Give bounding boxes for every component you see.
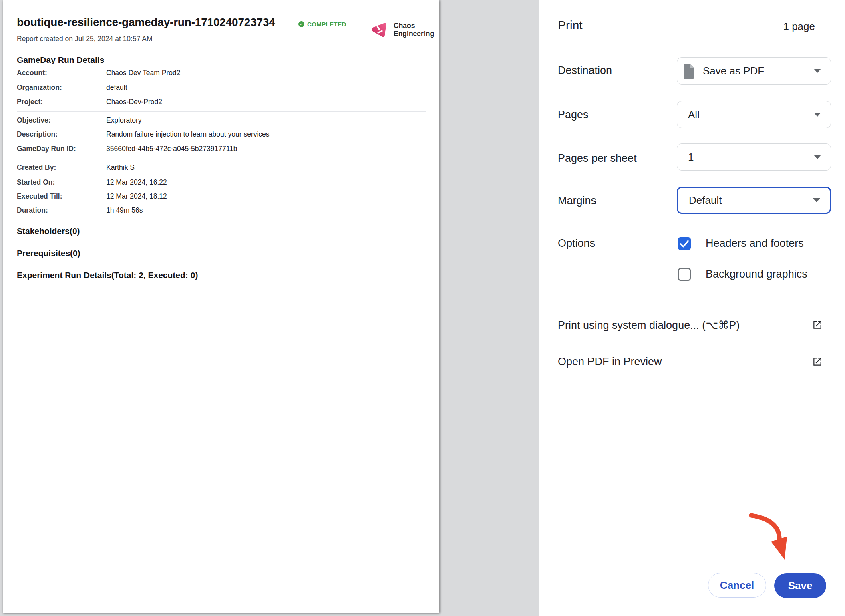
status-badge: ✓ COMPLETED: [298, 21, 346, 28]
status-badge-label: COMPLETED: [307, 21, 346, 28]
background-graphics-checkbox[interactable]: [678, 268, 691, 281]
destination-dropdown[interactable]: Save as PDF: [677, 57, 831, 85]
row-value: Exploratory: [106, 116, 142, 124]
pages-per-sheet-dropdown[interactable]: 1: [677, 143, 831, 171]
pages-value: All: [688, 109, 700, 121]
row-value: Random failure injection to learn about …: [106, 130, 270, 138]
row-value: 12 Mar 2024, 18:12: [106, 192, 167, 200]
detail-row-run-id: GameDay Run ID:35660fed-44b5-472c-a045-5…: [17, 145, 426, 153]
completed-check-icon: ✓: [298, 21, 304, 27]
margins-label: Margins: [558, 195, 596, 207]
pdf-file-icon: [683, 64, 695, 79]
report-created-line: Report created on Jul 25, 2024 at 10:57 …: [17, 35, 153, 43]
row-value: Karthik S: [106, 163, 135, 171]
logo-line1: Chaos: [394, 22, 434, 30]
row-label: Objective:: [17, 116, 106, 125]
row-value: 12 Mar 2024, 16:22: [106, 178, 167, 186]
print-system-dialog-text: Print using system dialogue... (⌥⌘P): [558, 319, 740, 332]
row-value: default: [106, 83, 127, 91]
logo-wordmark: Chaos Engineering: [394, 22, 434, 38]
pages-label: Pages: [558, 109, 589, 121]
detail-row-executed-till: Executed Till:12 Mar 2024, 18:12: [17, 192, 426, 201]
logo-line2: Engineering: [394, 30, 434, 38]
row-value: 35660fed-44b5-472c-a045-5b273917711b: [106, 145, 237, 153]
external-link-icon: [812, 356, 823, 367]
chaos-engineering-logo: Chaos Engineering: [370, 21, 434, 38]
chevron-down-icon: [814, 69, 821, 73]
row-label: Project:: [17, 98, 106, 106]
row-label: GameDay Run ID:: [17, 145, 106, 153]
destination-label: Destination: [558, 64, 612, 77]
options-label: Options: [558, 237, 595, 250]
stakeholders-header: Stakeholders(0): [17, 226, 80, 236]
cancel-button[interactable]: Cancel: [708, 573, 766, 598]
checkmark-icon: [678, 237, 691, 250]
detail-row-started-on: Started On:12 Mar 2024, 16:22: [17, 178, 426, 187]
row-label: Created By:: [17, 163, 106, 172]
section-divider: [17, 159, 426, 159]
row-value: Chaos Dev Team Prod2: [106, 69, 180, 77]
row-value: Chaos-Dev-Prod2: [106, 98, 162, 106]
pages-dropdown[interactable]: All: [677, 101, 831, 128]
detail-row-organization: Organization:default: [17, 83, 426, 92]
destination-value: Save as PDF: [703, 65, 764, 77]
row-label: Started On:: [17, 178, 106, 187]
print-preview-page: boutique-resilience-gameday-run-17102407…: [3, 0, 439, 613]
gameday-details-header: GameDay Run Details: [17, 55, 104, 65]
row-label: Account:: [17, 69, 106, 77]
chevron-down-icon: [814, 113, 821, 117]
headers-footers-checkbox[interactable]: [678, 237, 691, 250]
row-label: Duration:: [17, 206, 106, 215]
detail-row-duration: Duration:1h 49m 56s: [17, 206, 426, 215]
headers-footers-label: Headers and footers: [706, 237, 804, 250]
chaos-engineering-logo-icon: [370, 21, 387, 38]
open-pdf-preview-text: Open PDF in Preview: [558, 356, 662, 368]
margins-value: Default: [689, 194, 722, 207]
section-divider: [17, 111, 426, 112]
detail-row-account: Account:Chaos Dev Team Prod2: [17, 69, 426, 77]
report-title: boutique-resilience-gameday-run-17102407…: [17, 16, 275, 29]
detail-row-created-by: Created By:Karthik S: [17, 163, 426, 172]
pages-per-sheet-label: Pages per sheet: [558, 152, 637, 165]
print-system-dialog-link[interactable]: Print using system dialogue... (⌥⌘P): [539, 319, 845, 337]
chevron-down-icon: [813, 198, 820, 202]
print-dialog-title: Print: [558, 18, 583, 32]
row-label: Description:: [17, 130, 106, 139]
save-button[interactable]: Save: [774, 573, 826, 598]
experiment-run-details-header: Experiment Run Details(Total: 2, Execute…: [17, 270, 198, 280]
open-pdf-preview-link[interactable]: Open PDF in Preview: [539, 356, 845, 374]
background-graphics-label: Background graphics: [706, 268, 807, 280]
detail-row-description: Description:Random failure injection to …: [17, 130, 426, 139]
prerequisites-header: Prerequisites(0): [17, 248, 80, 258]
margins-dropdown[interactable]: Default: [677, 187, 831, 214]
row-label: Executed Till:: [17, 192, 106, 201]
row-label: Organization:: [17, 83, 106, 92]
detail-row-objective: Objective:Exploratory: [17, 116, 426, 125]
page-count: 1 page: [783, 20, 815, 33]
print-settings-panel: Print 1 page Destination Save as PDF Pag…: [539, 0, 845, 616]
detail-row-project: Project:Chaos-Dev-Prod2: [17, 98, 426, 106]
chevron-down-icon: [814, 155, 821, 159]
row-value: 1h 49m 56s: [106, 206, 143, 214]
pages-per-sheet-value: 1: [688, 151, 694, 163]
external-link-icon: [812, 320, 823, 330]
